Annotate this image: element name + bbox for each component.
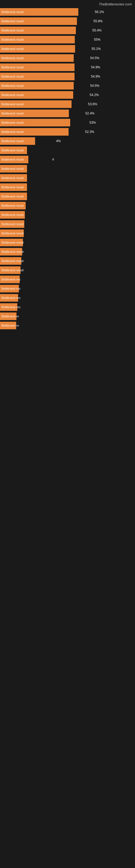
bar-label-34: Bottleneck re <box>2 324 19 327</box>
header: TheBottlenecker.com <box>0 0 135 7</box>
bar-label-13: Bottleneck result <box>2 130 24 133</box>
bar-row-26: Bottleneck result <box>0 247 135 256</box>
bar-label-0: Bottleneck result <box>2 10 24 13</box>
bar-label-12: Bottleneck result <box>2 121 24 124</box>
bar-label-14: Bottleneck result <box>2 140 24 143</box>
bar-row-30: Bottleneck res <box>0 284 135 293</box>
bar-row-14: Bottleneck result4% <box>0 136 135 146</box>
bar-value-1: 55.8% <box>93 19 103 23</box>
bar-row-27: Bottleneck result <box>0 256 135 266</box>
bar-row-0: Bottleneck result56.1% <box>0 7 135 17</box>
bar-chart: Bottleneck result56.1%Bottleneck result5… <box>0 7 135 330</box>
bar-value-9: 54.2% <box>90 93 99 97</box>
bar-value-12: 53% <box>89 121 96 124</box>
bar-label-2: Bottleneck result <box>2 29 24 32</box>
bar-value-11: 52.4% <box>85 112 94 115</box>
bar-label-9: Bottleneck result <box>2 93 24 97</box>
bar-row-24: Bottleneck result <box>0 229 135 238</box>
bar-row-16: Bottleneck result4 <box>0 155 135 164</box>
bar-row-32: Bottleneck res <box>0 303 135 312</box>
bar-value-3: 55% <box>94 38 100 41</box>
site-name: TheBottlenecker.com <box>99 2 132 6</box>
bar-label-28: Bottleneck result <box>2 269 24 272</box>
bar-row-1: Bottleneck result55.8% <box>0 17 135 26</box>
bar-row-11: Bottleneck result52.4% <box>0 109 135 118</box>
bar-label-6: Bottleneck result <box>2 66 24 69</box>
bar-label-18: Bottleneck result <box>2 176 24 180</box>
bar-value-8: 54.5% <box>90 84 99 88</box>
bar-value-10: 53.6% <box>88 102 97 106</box>
bar-label-8: Bottleneck result <box>2 84 24 87</box>
bar-label-17: Bottleneck result <box>2 167 24 170</box>
bar-value-14: 4% <box>56 139 61 143</box>
bar-label-3: Bottleneck result <box>2 38 24 41</box>
bar-label-31: Bottleneck res <box>2 296 20 300</box>
bar-label-19: Bottleneck result <box>2 186 24 189</box>
bar-label-4: Bottleneck result <box>2 47 24 51</box>
bar-row-23: Bottleneck result <box>0 219 135 229</box>
bar-row-29: Bottleneck res <box>0 275 135 284</box>
bar-row-28: Bottleneck result <box>0 266 135 275</box>
bar-label-1: Bottleneck result <box>2 20 24 23</box>
bar-row-5: Bottleneck result54.5% <box>0 54 135 63</box>
bar-value-13: 52.3% <box>85 130 94 134</box>
bar-row-17: Bottleneck result <box>0 164 135 173</box>
bar-row-4: Bottleneck result55.1% <box>0 44 135 54</box>
bar-value-6: 54.9% <box>91 65 100 69</box>
bar-row-6: Bottleneck result54.9% <box>0 63 135 72</box>
bar-row-3: Bottleneck result55% <box>0 35 135 44</box>
bar-value-0: 56.1% <box>95 10 104 14</box>
bar-row-7: Bottleneck result54.9% <box>0 72 135 81</box>
bar-row-12: Bottleneck result53% <box>0 118 135 127</box>
bar-row-19: Bottleneck result <box>0 183 135 192</box>
bar-label-7: Bottleneck result <box>2 75 24 78</box>
bar-label-15: Bottleneck result <box>2 149 24 152</box>
bar-label-33: Bottleneck re <box>2 315 19 318</box>
bar-row-18: Bottleneck result <box>0 173 135 183</box>
bar-value-16: 4 <box>52 158 54 161</box>
bar-label-30: Bottleneck res <box>2 287 20 290</box>
bar-row-25: Bottleneck result <box>0 238 135 247</box>
bar-row-33: Bottleneck re <box>0 312 135 321</box>
bar-row-2: Bottleneck result55.4% <box>0 26 135 35</box>
bar-row-8: Bottleneck result54.5% <box>0 81 135 90</box>
bar-row-34: Bottleneck re <box>0 321 135 330</box>
bar-value-7: 54.9% <box>91 74 100 79</box>
bar-row-31: Bottleneck res <box>0 293 135 303</box>
bar-label-26: Bottleneck result <box>2 250 24 253</box>
bar-label-32: Bottleneck res <box>2 305 20 309</box>
bar-row-20: Bottleneck result <box>0 192 135 201</box>
bar-row-9: Bottleneck result54.2% <box>0 90 135 99</box>
bar-row-15: Bottleneck result <box>0 146 135 155</box>
bar-label-20: Bottleneck result <box>2 195 24 198</box>
bar-label-5: Bottleneck result <box>2 56 24 60</box>
bar-label-21: Bottleneck result <box>2 204 24 207</box>
bar-label-11: Bottleneck result <box>2 112 24 115</box>
bar-row-13: Bottleneck result52.3% <box>0 127 135 136</box>
bar-label-27: Bottleneck result <box>2 259 24 262</box>
bar-value-4: 55.1% <box>92 47 101 51</box>
bar-value-5: 54.5% <box>90 56 99 60</box>
bar-label-23: Bottleneck result <box>2 222 24 226</box>
bar-label-10: Bottleneck result <box>2 102 24 106</box>
bar-label-25: Bottleneck result <box>2 241 24 244</box>
bar-label-24: Bottleneck result <box>2 231 24 235</box>
bar-row-21: Bottleneck result <box>0 201 135 210</box>
bar-label-22: Bottleneck result <box>2 213 24 216</box>
bar-row-22: Bottleneck result <box>0 210 135 219</box>
bar-row-10: Bottleneck result53.6% <box>0 99 135 109</box>
bar-value-2: 55.4% <box>92 29 101 32</box>
bar-label-29: Bottleneck res <box>2 278 20 281</box>
bar-label-16: Bottleneck result <box>2 158 24 161</box>
